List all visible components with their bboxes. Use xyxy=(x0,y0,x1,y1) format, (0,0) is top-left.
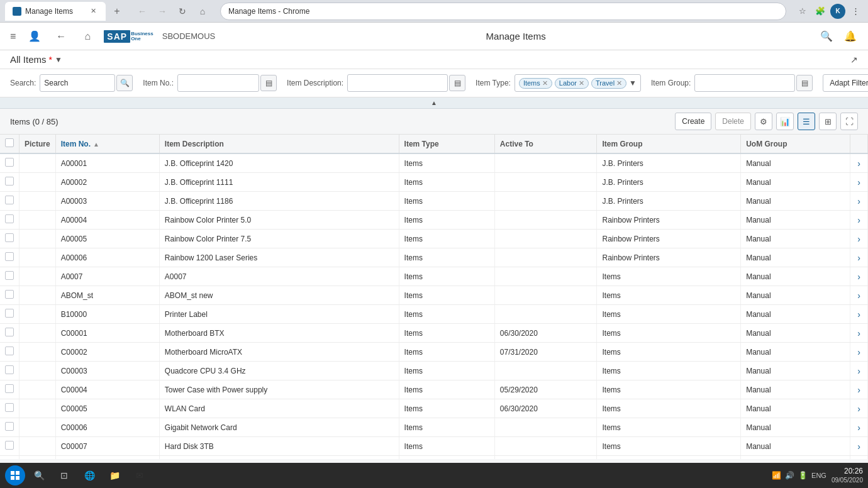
item-desc-value-help-icon[interactable]: ▤ xyxy=(449,75,465,91)
row-checkbox-15[interactable] xyxy=(5,441,14,450)
notifications-icon[interactable]: 🔔 xyxy=(840,26,860,47)
home-button[interactable]: ⌂ xyxy=(194,3,211,20)
row-nav-4[interactable]: › xyxy=(850,230,868,248)
item-type-tag-travel[interactable]: Travel ✕ xyxy=(591,78,626,89)
header-item-desc[interactable]: Item Description xyxy=(159,135,399,153)
collapse-filter-bar[interactable]: ▲ xyxy=(0,97,868,109)
taskbar-taskview-button[interactable]: ⊡ xyxy=(53,464,75,487)
row-nav-3[interactable]: › xyxy=(850,211,868,230)
delete-button[interactable]: Delete xyxy=(715,113,751,130)
row-checkbox-14[interactable] xyxy=(5,422,14,431)
item-type-tag-items[interactable]: Items ✕ xyxy=(519,78,552,89)
row-nav-1[interactable]: › xyxy=(850,173,868,192)
profile-avatar[interactable]: K xyxy=(830,4,845,19)
item-type-tag-labor[interactable]: Labor ✕ xyxy=(555,78,589,89)
row-checkbox-9[interactable] xyxy=(5,328,14,336)
taskbar-mail-button[interactable]: ✉ xyxy=(128,464,151,487)
item-type-filter[interactable]: Items ✕ Labor ✕ Travel ✕ ▼ xyxy=(515,74,641,92)
row-checkbox-8[interactable] xyxy=(5,309,14,318)
back-nav-icon[interactable]: ← xyxy=(51,26,71,47)
profile-icon[interactable]: 👤 xyxy=(25,26,45,47)
header-item-group[interactable]: Item Group xyxy=(597,135,741,153)
row-nav-14[interactable]: › xyxy=(850,418,868,437)
taskbar-search-button[interactable]: 🔍 xyxy=(28,464,50,487)
search-icon[interactable]: 🔍 xyxy=(816,26,837,47)
remove-items-tag-icon[interactable]: ✕ xyxy=(542,79,548,87)
row-checkbox-13[interactable] xyxy=(5,403,14,412)
row-checkbox-6[interactable] xyxy=(5,271,14,280)
create-button[interactable]: Create xyxy=(675,113,711,130)
address-bar[interactable]: Manage Items - Chrome xyxy=(220,3,786,20)
row-nav-5[interactable]: › xyxy=(850,248,868,267)
row-checkbox-11[interactable] xyxy=(5,365,14,374)
row-detail-arrow-14[interactable]: › xyxy=(857,423,860,433)
row-detail-arrow-9[interactable]: › xyxy=(857,328,860,338)
row-detail-arrow-1[interactable]: › xyxy=(857,177,860,187)
row-nav-13[interactable]: › xyxy=(850,399,868,418)
taskbar-chrome-button[interactable]: 🌐 xyxy=(78,464,101,487)
row-checkbox-12[interactable] xyxy=(5,384,14,393)
row-checkbox-0[interactable] xyxy=(5,158,14,167)
row-nav-11[interactable]: › xyxy=(850,362,868,380)
row-nav-7[interactable]: › xyxy=(850,286,868,305)
row-nav-8[interactable]: › xyxy=(850,305,868,324)
extensions-icon[interactable]: 🧩 xyxy=(813,4,828,19)
row-detail-arrow-5[interactable]: › xyxy=(857,253,860,263)
chart-icon[interactable]: 📊 xyxy=(776,113,794,130)
start-button[interactable] xyxy=(5,465,25,485)
hamburger-menu-icon[interactable]: ≡ xyxy=(8,28,18,45)
table-settings-icon[interactable]: ⚙ xyxy=(755,113,772,130)
row-detail-arrow-6[interactable]: › xyxy=(857,272,860,282)
remove-travel-tag-icon[interactable]: ✕ xyxy=(616,79,622,87)
item-group-value-help-icon[interactable]: ▤ xyxy=(796,75,813,91)
row-detail-arrow-13[interactable]: › xyxy=(857,404,860,414)
item-type-dropdown-icon[interactable]: ▼ xyxy=(629,79,637,87)
forward-button[interactable]: → xyxy=(153,3,171,20)
row-nav-2[interactable]: › xyxy=(850,192,868,211)
row-detail-arrow-8[interactable]: › xyxy=(857,309,860,319)
new-tab-button[interactable]: + xyxy=(109,4,125,19)
row-checkbox-2[interactable] xyxy=(5,196,14,204)
row-nav-16[interactable]: › xyxy=(850,456,868,460)
row-detail-arrow-4[interactable]: › xyxy=(857,234,860,244)
row-nav-10[interactable]: › xyxy=(850,343,868,362)
row-detail-arrow-10[interactable]: › xyxy=(857,347,860,357)
fullscreen-icon[interactable]: ⛶ xyxy=(840,113,858,130)
header-item-no[interactable]: Item No.▲ xyxy=(55,135,159,153)
row-detail-arrow-0[interactable]: › xyxy=(857,158,860,169)
item-no-value-help-icon[interactable]: ▤ xyxy=(260,75,277,91)
row-checkbox-7[interactable] xyxy=(5,290,14,299)
taskbar-folder-button[interactable]: 📁 xyxy=(103,464,126,487)
row-detail-arrow-12[interactable]: › xyxy=(857,385,860,395)
row-nav-0[interactable]: › xyxy=(850,153,868,173)
bookmark-icon[interactable]: ☆ xyxy=(795,4,810,19)
search-input[interactable]: Search xyxy=(40,74,115,92)
tab-close-button[interactable]: ✕ xyxy=(88,6,98,16)
list-view-icon[interactable]: ☰ xyxy=(798,113,815,130)
column-view-icon[interactable]: ⊞ xyxy=(819,113,837,130)
browser-tab[interactable]: Manage Items ✕ xyxy=(5,2,106,21)
header-active-to[interactable]: Active To xyxy=(494,135,597,153)
row-nav-9[interactable]: › xyxy=(850,324,868,343)
breadcrumb-dropdown-icon[interactable]: ▼ xyxy=(55,55,62,64)
row-checkbox-3[interactable] xyxy=(5,214,14,223)
search-go-icon[interactable]: 🔍 xyxy=(116,75,133,91)
external-link-icon[interactable]: ↗ xyxy=(850,55,858,65)
item-no-input[interactable] xyxy=(177,74,259,92)
header-item-type[interactable]: Item Type xyxy=(399,135,494,153)
row-detail-arrow-3[interactable]: › xyxy=(857,215,860,225)
item-group-input[interactable] xyxy=(694,74,795,92)
row-nav-12[interactable]: › xyxy=(850,380,868,399)
reload-button[interactable]: ↻ xyxy=(174,3,191,20)
row-nav-15[interactable]: › xyxy=(850,437,868,456)
select-all-checkbox[interactable] xyxy=(5,138,14,147)
adapt-filters-button[interactable]: Adapt Filters xyxy=(823,74,868,92)
item-desc-input[interactable] xyxy=(347,74,448,92)
remove-labor-tag-icon[interactable]: ✕ xyxy=(579,79,584,87)
row-nav-6[interactable]: › xyxy=(850,267,868,286)
row-checkbox-1[interactable] xyxy=(5,177,14,186)
menu-button[interactable]: ⋮ xyxy=(848,4,863,19)
header-uom-group[interactable]: UoM Group xyxy=(741,135,850,153)
row-detail-arrow-15[interactable]: › xyxy=(857,441,860,452)
row-checkbox-4[interactable] xyxy=(5,233,14,242)
